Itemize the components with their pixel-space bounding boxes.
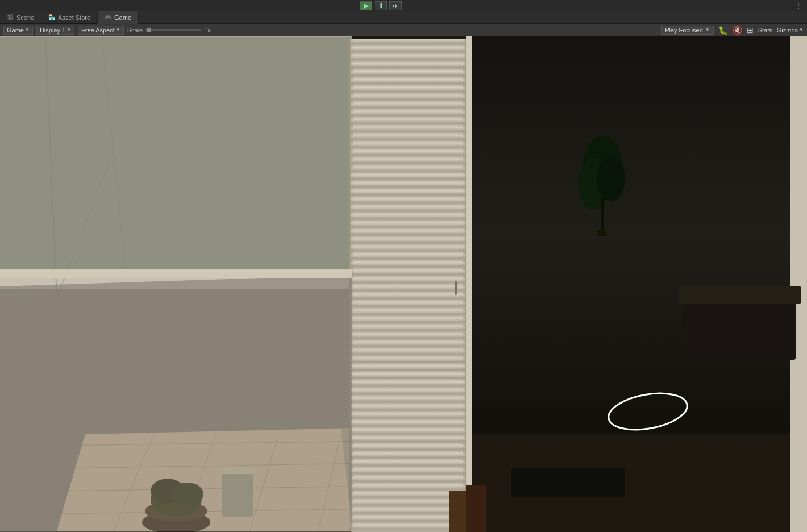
svg-rect-64 (351, 381, 465, 389)
svg-rect-48 (351, 254, 465, 261)
tab-game[interactable]: 🎮 Game (98, 11, 139, 24)
svg-rect-73 (351, 453, 465, 460)
svg-rect-44 (351, 222, 465, 230)
svg-rect-34 (351, 143, 465, 150)
svg-rect-30 (351, 111, 465, 118)
display-number-label: Display 1 (40, 27, 65, 34)
svg-rect-82 (351, 525, 465, 532)
svg-rect-77 (351, 485, 465, 492)
scale-label: Scale (127, 27, 143, 34)
play-controls: ▶ ⏸ ⏭ (360, 1, 402, 10)
top-bar: ▶ ⏸ ⏭ ⋮ (0, 0, 807, 11)
display-number-chevron: ▼ (66, 27, 71, 32)
svg-rect-28 (351, 95, 465, 102)
tab-bar: 🎬 Scene 🏪 Asset Store 🎮 Game (0, 11, 807, 24)
display-stats-icon[interactable]: ⊞ (747, 26, 754, 35)
svg-rect-55 (351, 310, 465, 317)
display-number-dropdown[interactable]: Display 1 ▼ (36, 26, 74, 35)
svg-rect-22 (351, 47, 465, 55)
game-icon: 🎮 (105, 14, 111, 20)
svg-rect-33 (351, 135, 465, 142)
svg-rect-91 (601, 198, 604, 232)
scene-svg (0, 36, 807, 532)
pause-button[interactable]: ⏸ (375, 1, 387, 10)
scale-value: 1x (204, 27, 211, 34)
gizmos-dropdown[interactable]: Gizmos ▼ (777, 27, 804, 34)
svg-rect-21 (351, 39, 465, 47)
svg-rect-45 (351, 230, 465, 238)
svg-rect-50 (351, 270, 465, 277)
scale-slider-track[interactable] (145, 29, 202, 31)
svg-rect-65 (351, 389, 465, 397)
svg-rect-110 (449, 491, 469, 532)
tab-scene[interactable]: 🎬 Scene (0, 11, 41, 24)
svg-rect-27 (351, 87, 465, 94)
display-mode-dropdown[interactable]: Game ▼ (3, 26, 33, 35)
play-focused-button[interactable]: Play Focused ▼ (661, 26, 714, 35)
scale-slider-thumb[interactable] (147, 28, 151, 32)
svg-rect-41 (351, 198, 465, 206)
svg-rect-31 (351, 119, 465, 126)
toolbar: Game ▼ Display 1 ▼ Free Aspect ▼ Scale 1… (0, 24, 807, 36)
svg-rect-35 (351, 151, 465, 158)
audio-mute-icon[interactable]: 🔇 (733, 26, 742, 35)
svg-rect-60 (351, 350, 465, 357)
svg-rect-72 (351, 445, 465, 452)
gizmos-label: Gizmos (777, 27, 798, 34)
asset-store-icon: 🏪 (48, 14, 55, 20)
svg-rect-69 (351, 421, 465, 429)
scene-icon: 🎬 (7, 14, 14, 20)
svg-rect-84 (466, 36, 472, 532)
svg-rect-96 (511, 468, 625, 497)
svg-rect-74 (351, 461, 465, 468)
svg-rect-29 (351, 103, 465, 110)
svg-rect-85 (790, 36, 807, 532)
svg-rect-54 (351, 302, 465, 309)
svg-rect-61 (351, 358, 465, 365)
svg-rect-46 (351, 238, 465, 246)
scene-canvas (0, 36, 807, 532)
svg-rect-59 (351, 342, 465, 349)
step-button[interactable]: ⏭ (389, 1, 402, 10)
svg-rect-37 (351, 167, 465, 174)
aspect-ratio-dropdown[interactable]: Free Aspect ▼ (78, 26, 124, 35)
tab-scene-label: Scene (16, 14, 34, 21)
svg-rect-40 (351, 190, 465, 198)
game-viewport[interactable] (0, 36, 807, 532)
toolbar-right: Play Focused ▼ 🐛 🔇 ⊞ Stats Gizmos ▼ (661, 26, 804, 35)
svg-rect-102 (0, 269, 352, 278)
svg-rect-68 (351, 413, 465, 421)
play-focused-chevron: ▼ (705, 27, 710, 32)
svg-rect-111 (466, 485, 486, 532)
svg-rect-49 (351, 262, 465, 269)
svg-rect-23 (351, 55, 465, 63)
tab-asset-store[interactable]: 🏪 Asset Store (41, 11, 98, 24)
svg-rect-78 (351, 493, 465, 500)
svg-rect-25 (351, 71, 465, 78)
svg-rect-57 (351, 326, 465, 333)
svg-rect-24 (351, 63, 465, 70)
svg-rect-56 (351, 318, 465, 325)
svg-rect-38 (351, 174, 465, 182)
svg-rect-71 (351, 437, 465, 444)
svg-rect-47 (351, 246, 465, 253)
svg-rect-92 (597, 230, 607, 236)
svg-rect-32 (351, 127, 465, 134)
svg-rect-26 (351, 79, 465, 86)
more-options-button[interactable]: ⋮ (794, 1, 802, 10)
stats-button[interactable]: Stats (758, 27, 772, 34)
svg-rect-76 (351, 477, 465, 484)
svg-point-90 (597, 156, 625, 201)
bug-icon[interactable]: 🐛 (718, 26, 728, 35)
svg-rect-67 (351, 405, 465, 413)
svg-rect-66 (351, 397, 465, 405)
svg-rect-63 (351, 373, 465, 381)
svg-rect-39 (351, 182, 465, 190)
aspect-ratio-label: Free Aspect (81, 27, 115, 34)
svg-rect-53 (351, 294, 465, 301)
svg-rect-43 (351, 214, 465, 222)
play-button[interactable]: ▶ (360, 1, 372, 10)
svg-rect-75 (351, 469, 465, 476)
aspect-ratio-chevron: ▼ (116, 27, 120, 32)
svg-rect-51 (351, 278, 465, 285)
